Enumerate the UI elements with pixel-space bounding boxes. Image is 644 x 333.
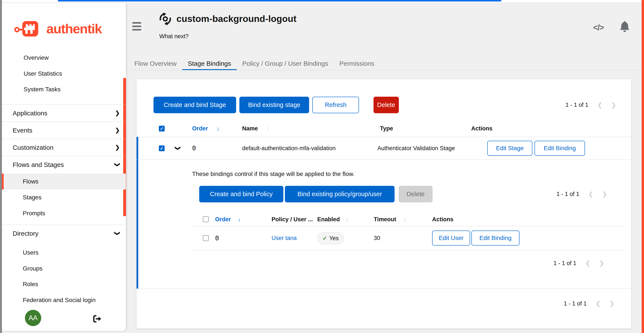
pagination-prev-icon[interactable]: ❮: [588, 191, 593, 198]
tabs-divider: [126, 70, 644, 70]
select-all-checkbox[interactable]: [203, 216, 209, 222]
pagination-bottom: 1 - 1 of 1 ❮ ❯: [564, 296, 614, 311]
stage-bindings-card: Create and bind Stage Bind existing stag…: [136, 79, 631, 328]
tab-policy-group-user-bindings[interactable]: Policy / Group / User Bindings: [237, 58, 334, 70]
row-collapse-icon[interactable]: ❯: [166, 146, 189, 151]
row-checkbox[interactable]: ✓: [159, 145, 165, 151]
bind-existing-stage-button[interactable]: Bind existing stage: [239, 97, 309, 113]
sidebar-item-groups[interactable]: Groups: [2, 261, 126, 276]
pagination-label: 1 - 1 of 1: [554, 260, 576, 267]
sidebar-item-system-tasks[interactable]: System Tasks: [2, 83, 126, 96]
tab-stage-bindings[interactable]: Stage Bindings: [182, 58, 237, 70]
column-policy-user: Policy / User ...: [272, 213, 313, 226]
select-all-checkbox[interactable]: ✓: [159, 126, 165, 132]
header-icons: </>: [593, 21, 630, 34]
sidebar-item-federation-social-login[interactable]: Federation and Social login: [2, 292, 126, 308]
process-stage-icon: [158, 12, 172, 27]
chevron-right-icon: ❯: [115, 105, 120, 122]
bindings-description: These bindings control if this stage wil…: [192, 171, 354, 177]
sidebar-item-stages[interactable]: Stages: [2, 189, 126, 205]
sort-icon[interactable]: ↕: [403, 213, 406, 226]
logo-wordmark: authentik: [46, 19, 102, 39]
edit-stage-button[interactable]: Edit Stage: [487, 141, 532, 156]
binding-table-header: Order ↓ Policy / User ... Enabled ↕ Time…: [192, 213, 624, 226]
sidebar-item-users[interactable]: Users: [2, 245, 126, 261]
chevron-right-icon: ❯: [115, 139, 120, 156]
pagination-next-icon[interactable]: ❯: [599, 260, 604, 267]
pagination-label: 1 - 1 of 1: [556, 191, 580, 197]
page-subtitle: What next?: [159, 33, 189, 40]
column-actions: Actions: [432, 213, 454, 226]
sort-desc-icon[interactable]: ↓: [217, 120, 220, 137]
binding-table-row[interactable]: 0 User tana ✓ Yes 30 Edit User Edit Bind…: [192, 226, 624, 250]
pagination-label: 1 - 1 of 1: [564, 300, 587, 307]
pagination-label: 1 - 1 of 1: [566, 102, 588, 108]
chevron-right-icon: ❯: [115, 122, 120, 139]
column-name[interactable]: Name: [242, 120, 258, 137]
logout-icon[interactable]: [93, 315, 102, 323]
sort-icon[interactable]: ↕: [346, 213, 348, 226]
sidebar-section-flows-and-stages[interactable]: Flows and Stages ❯: [2, 156, 126, 173]
column-enabled[interactable]: Enabled: [317, 213, 340, 226]
api-code-icon[interactable]: </>: [593, 23, 604, 32]
pagination-top: 1 - 1 of 1 ❮ ❯: [566, 97, 616, 113]
row-type: Authenticator Validation Stage: [378, 137, 455, 160]
tab-permissions[interactable]: Permissions: [334, 58, 380, 70]
refresh-button[interactable]: Refresh: [312, 97, 359, 113]
sidebar-section-events[interactable]: Events ❯: [2, 122, 126, 139]
policy-user-link[interactable]: User tana: [272, 226, 297, 250]
sidebar-item-flows[interactable]: Flows: [2, 174, 126, 189]
pagination-next-icon[interactable]: ❯: [602, 191, 607, 198]
sort-icon[interactable]: ↕: [266, 120, 270, 137]
sidebar-section-directory[interactable]: Directory ❯: [2, 225, 126, 242]
check-icon: ✓: [322, 226, 327, 250]
chevron-down-icon: ❯: [109, 231, 126, 236]
avatar[interactable]: AA: [25, 310, 41, 326]
sidebar: authentik Overview User Statistics Syste…: [2, 3, 126, 331]
row-timeout: 30: [374, 226, 380, 250]
authentik-logo[interactable]: authentik: [14, 19, 115, 39]
sidebar-item-roles[interactable]: Roles: [2, 276, 126, 292]
edit-binding-button[interactable]: Edit Binding: [534, 141, 585, 156]
pagination-prev-icon[interactable]: ❮: [596, 300, 601, 307]
stage-table-row[interactable]: ✓ ❯ 0 default-authentication-mfa-validat…: [136, 137, 631, 160]
column-timeout[interactable]: Timeout: [374, 213, 396, 226]
pagination-inner-top: 1 - 1 of 1 ❮ ❯: [556, 186, 607, 202]
pagination-prev-icon[interactable]: ❮: [598, 102, 602, 109]
column-actions: Actions: [471, 120, 492, 137]
hamburger-menu-icon[interactable]: [132, 22, 141, 32]
row-name: default-authentication-mfa-validation: [242, 137, 336, 160]
create-and-bind-stage-button[interactable]: Create and bind Stage: [154, 97, 236, 113]
sidebar-section-customization[interactable]: Customization ❯: [2, 139, 126, 156]
row-order: 0: [192, 137, 196, 160]
pagination-next-icon[interactable]: ❯: [611, 102, 616, 109]
enabled-badge: ✓ Yes: [318, 232, 344, 244]
create-and-bind-policy-button[interactable]: Create and bind Policy: [199, 186, 283, 202]
tab-flow-overview[interactable]: Flow Overview: [129, 58, 182, 70]
edit-binding-button[interactable]: Edit Binding: [472, 230, 520, 246]
notifications-bell-icon[interactable]: [620, 21, 630, 34]
column-order[interactable]: Order: [215, 213, 231, 226]
sidebar-section-applications[interactable]: Applications ❯: [2, 104, 126, 122]
pagination-next-icon[interactable]: ❯: [610, 300, 614, 307]
bind-existing-policy-button[interactable]: Bind existing policy/group/user: [285, 186, 394, 202]
row-checkbox[interactable]: [203, 235, 209, 241]
page-scrollbar[interactable]: [642, 0, 644, 333]
delete-binding-button: Delete: [399, 186, 432, 202]
browser-top-strip: [0, 0, 644, 3]
main-area: custom-background-logout What next? </> …: [126, 3, 644, 333]
column-order[interactable]: Order: [192, 120, 208, 137]
page-title: custom-background-logout: [176, 13, 296, 25]
sidebar-item-user-statistics[interactable]: User Statistics: [2, 67, 126, 80]
sidebar-item-prompts[interactable]: Prompts: [2, 205, 126, 221]
edit-user-button[interactable]: Edit User: [432, 230, 470, 246]
sidebar-item-overview[interactable]: Overview: [2, 51, 126, 64]
browser-progress-bar: [58, 0, 501, 2]
delete-button[interactable]: Delete: [374, 97, 399, 113]
tab-bar: Flow Overview Stage Bindings Policy / Gr…: [129, 58, 380, 70]
sort-desc-icon[interactable]: ↓: [238, 213, 241, 226]
authentik-admin-page: authentik Overview User Statistics Syste…: [0, 0, 644, 333]
stage-table-header: ✓ Order ↓ Name ↕ Type Actions: [136, 120, 631, 137]
window-left-edge: [0, 0, 2, 333]
pagination-prev-icon[interactable]: ❮: [586, 260, 590, 267]
